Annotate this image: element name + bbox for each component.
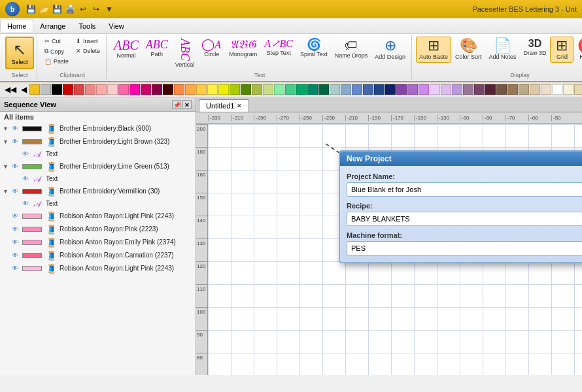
- monogram-button[interactable]: 𝔄𝔅𝔊 Monogram: [226, 37, 260, 60]
- color-swatch-44[interactable]: [519, 84, 529, 95]
- sequence-list-item[interactable]: 👁🧵Robison Anton Rayon:Carnation (2237): [0, 249, 196, 262]
- menu-home[interactable]: Home: [0, 20, 33, 32]
- auto-baste-button[interactable]: ⊞ Auto Baste: [416, 37, 451, 63]
- sequence-list-item[interactable]: 👁🧵Robison Anton Rayon:Pink (2223): [0, 223, 196, 236]
- seq-visibility-icon[interactable]: 👁: [12, 252, 18, 259]
- color-swatch-47[interactable]: [552, 84, 562, 95]
- color-swatch-30[interactable]: [363, 84, 373, 95]
- sequence-list-item[interactable]: ▼👁🧵Brother Embroidery:Light Brown (323): [0, 135, 196, 148]
- paste-button[interactable]: 📋 Paste: [41, 57, 72, 66]
- tab-untitled1[interactable]: Untitled1 ✕: [199, 99, 249, 112]
- seq-visibility-icon[interactable]: 👁: [12, 265, 18, 272]
- color-swatch-28[interactable]: [341, 84, 351, 95]
- add-notes-button[interactable]: 📄 Add Notes: [485, 37, 519, 63]
- add-design-button[interactable]: ⊕ Add Design: [371, 37, 409, 63]
- seq-pin-button[interactable]: 📌: [172, 100, 181, 109]
- color-swatch-38[interactable]: [452, 84, 462, 95]
- color-swatch-42[interactable]: [496, 84, 507, 95]
- color-swatch-4[interactable]: [74, 84, 84, 95]
- name-drops-button[interactable]: 🏷 Name Drops: [332, 37, 371, 61]
- color-swatch-8[interactable]: [118, 84, 129, 95]
- qa-undo[interactable]: ↩: [77, 3, 89, 15]
- seq-visibility-icon[interactable]: 👁: [22, 175, 29, 182]
- color-swatch-41[interactable]: [485, 84, 496, 95]
- color-swatch-5[interactable]: [85, 84, 95, 95]
- color-swatch-37[interactable]: [441, 84, 451, 95]
- select-button[interactable]: ↖ Select: [5, 37, 34, 69]
- color-swatch-0[interactable]: [29, 84, 40, 95]
- seq-visibility-icon[interactable]: 👁: [22, 150, 29, 157]
- hoop-button[interactable]: ⭕ Hoop: [574, 37, 582, 63]
- color-swatch-6[interactable]: [96, 84, 107, 95]
- recipe-select[interactable]: BABY BLANKETS: [347, 212, 582, 226]
- qa-dropdown[interactable]: ▼: [103, 3, 115, 15]
- step-text-button[interactable]: A↗BC Step Text: [261, 37, 296, 59]
- sequence-list-item[interactable]: 👁🧵Robison Anton Rayon:Light Pink (2243): [0, 262, 196, 275]
- color-swatch-17[interactable]: [218, 84, 229, 95]
- project-name-input[interactable]: [347, 182, 582, 197]
- color-swatch-36[interactable]: [430, 84, 440, 95]
- vertical-button[interactable]: ABC Vertical: [172, 37, 198, 71]
- sequence-list-item[interactable]: 👁𝒜Text: [0, 148, 196, 160]
- palette-prev[interactable]: ◀: [19, 85, 29, 94]
- color-swatch-45[interactable]: [530, 84, 540, 95]
- color-swatch-3[interactable]: [63, 84, 73, 95]
- color-swatch-21[interactable]: [263, 84, 273, 95]
- seq-visibility-icon[interactable]: 👁: [12, 225, 18, 233]
- color-swatch-48[interactable]: [563, 84, 573, 95]
- seq-visibility-icon[interactable]: 👁: [12, 163, 18, 170]
- menu-arrange[interactable]: Arrange: [33, 20, 72, 32]
- seq-visibility-icon[interactable]: 👁: [12, 212, 18, 220]
- seq-visibility-icon[interactable]: 👁: [12, 125, 18, 132]
- seq-visibility-icon[interactable]: 👁: [22, 200, 29, 207]
- sequence-list-item[interactable]: ▼👁🧵Brother Embroidery:Lime Green (513): [0, 160, 196, 173]
- delete-button[interactable]: ✕ Delete: [73, 46, 103, 56]
- palette-prev-prev[interactable]: ◀◀: [3, 85, 18, 94]
- color-swatch-11[interactable]: [152, 84, 162, 95]
- color-swatch-49[interactable]: [574, 84, 582, 95]
- color-swatch-40[interactable]: [474, 84, 485, 95]
- sequence-list-item[interactable]: 👁🧵Robison Anton Rayon:Light Pink (2243): [0, 210, 196, 223]
- menu-view[interactable]: View: [102, 20, 131, 32]
- color-swatch-32[interactable]: [385, 84, 396, 95]
- color-swatch-19[interactable]: [241, 84, 251, 95]
- color-swatch-16[interactable]: [207, 84, 218, 95]
- grid-button[interactable]: ⊞ Grid: [550, 37, 573, 63]
- color-swatch-9[interactable]: [129, 84, 140, 95]
- color-swatch-15[interactable]: [196, 84, 207, 95]
- color-swatch-23[interactable]: [285, 84, 296, 95]
- color-swatch-27[interactable]: [330, 84, 340, 95]
- sequence-list-item[interactable]: ▼👁🧵Brother Embroidery:Vermillion (30): [0, 185, 196, 198]
- color-swatch-20[interactable]: [252, 84, 262, 95]
- color-swatch-1[interactable]: [41, 84, 51, 95]
- sequence-list-item[interactable]: 👁🧵Robison Anton Rayon:Emily Pink (2374): [0, 236, 196, 249]
- color-swatch-31[interactable]: [374, 84, 385, 95]
- color-swatch-14[interactable]: [185, 84, 196, 95]
- spiral-text-button[interactable]: 🌀 Spiral Text: [297, 37, 331, 60]
- color-swatch-7[interactable]: [107, 84, 118, 95]
- color-swatch-35[interactable]: [419, 84, 429, 95]
- seq-close-button[interactable]: ✕: [182, 100, 192, 109]
- color-swatch-34[interactable]: [407, 84, 418, 95]
- sequence-list-item[interactable]: ▼👁🧵Brother Embroidery:Black (900): [0, 122, 196, 135]
- seq-visibility-icon[interactable]: 👁: [12, 188, 18, 195]
- qa-open[interactable]: 📂: [38, 3, 50, 15]
- cut-button[interactable]: ✂ Cut: [41, 37, 72, 46]
- normal-button[interactable]: ABC Normal: [111, 37, 142, 61]
- color-swatch-10[interactable]: [141, 84, 151, 95]
- seq-visibility-icon[interactable]: 👁: [12, 238, 18, 246]
- color-swatch-12[interactable]: [163, 84, 173, 95]
- color-swatch-13[interactable]: [174, 84, 184, 95]
- machine-format-select[interactable]: PES: [347, 241, 582, 255]
- color-swatch-39[interactable]: [463, 84, 473, 95]
- color-swatch-24[interactable]: [296, 84, 307, 95]
- color-swatch-25[interactable]: [307, 84, 318, 95]
- draw-3d-button[interactable]: 3D Draw 3D: [520, 37, 549, 59]
- insert-button[interactable]: ⬇ Insert: [73, 37, 103, 46]
- color-swatch-26[interactable]: [318, 84, 329, 95]
- color-swatch-22[interactable]: [274, 84, 284, 95]
- menu-tools[interactable]: Tools: [72, 20, 102, 32]
- seq-visibility-icon[interactable]: 👁: [12, 138, 18, 145]
- color-swatch-18[interactable]: [230, 84, 240, 95]
- qa-redo[interactable]: ↪: [90, 3, 102, 15]
